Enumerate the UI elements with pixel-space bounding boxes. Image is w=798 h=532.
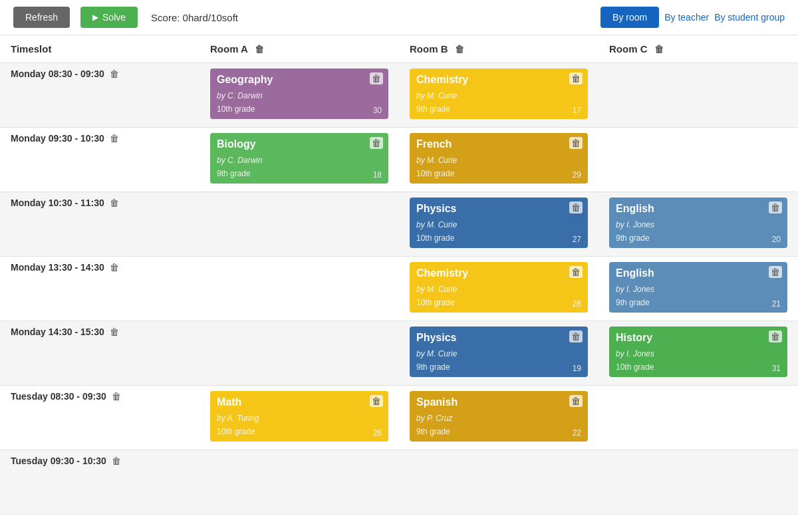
- lesson-teacher: by I. Jones: [616, 285, 781, 294]
- timeslot-cell: Monday 13:30 - 14:30🗑: [0, 257, 200, 321]
- view-toggle: By room By teacher By student group: [600, 7, 785, 28]
- lesson-grade: 9th grade: [416, 104, 581, 114]
- room-a-delete-icon[interactable]: 🗑: [255, 44, 264, 55]
- header: Refresh Solve Score: 0hard/10soft By roo…: [0, 0, 798, 35]
- lesson-cell: 🗑Historyby I. Jones10th grade31: [598, 321, 798, 386]
- room-c-header: Room C 🗑: [598, 35, 798, 63]
- card-delete-icon[interactable]: 🗑: [370, 72, 383, 84]
- lesson-card: 🗑Mathby A. Turing10th grade26: [210, 391, 388, 442]
- card-delete-icon[interactable]: 🗑: [769, 201, 782, 213]
- lesson-count: 20: [772, 235, 781, 244]
- lesson-subject: Math: [217, 396, 382, 408]
- lesson-subject: Physics: [416, 203, 581, 215]
- timeslot-delete-icon[interactable]: 🗑: [110, 262, 119, 273]
- room-a-header: Room A 🗑: [200, 35, 399, 63]
- lesson-grade: 10th grade: [217, 104, 382, 114]
- card-delete-icon[interactable]: 🗑: [569, 137, 583, 149]
- lesson-grade: 10th grade: [416, 233, 581, 243]
- lesson-grade: 9th grade: [416, 427, 581, 436]
- lesson-grade: 9th grade: [416, 362, 581, 372]
- lesson-card: 🗑Historyby I. Jones10th grade31: [609, 327, 787, 377]
- solve-button[interactable]: Solve: [80, 7, 138, 28]
- refresh-button[interactable]: Refresh: [13, 7, 70, 28]
- room-c-delete-icon[interactable]: 🗑: [654, 44, 664, 55]
- lesson-cell: 🗑Geographyby C. Darwin10th grade30: [200, 63, 399, 128]
- timeslot-label: Monday 14:30 - 15:30: [11, 327, 104, 337]
- lesson-subject: French: [416, 138, 581, 150]
- lesson-teacher: by I. Jones: [616, 349, 781, 358]
- timeslot-cell: Tuesday 08:30 - 09:30🗑: [0, 386, 200, 450]
- timeslot-delete-icon[interactable]: 🗑: [112, 391, 121, 402]
- lesson-cell: [200, 257, 399, 321]
- timeslot-delete-icon[interactable]: 🗑: [110, 68, 119, 79]
- schedule-table: Timeslot Room A 🗑 Room B 🗑 Room C 🗑 Mond…: [0, 35, 798, 515]
- lesson-count: 19: [573, 364, 581, 373]
- lesson-cell: [200, 321, 399, 386]
- lesson-grade: 10th grade: [416, 298, 581, 307]
- lesson-subject: History: [616, 332, 781, 344]
- lesson-teacher: by A. Turing: [217, 414, 382, 423]
- timeslot-delete-icon[interactable]: 🗑: [110, 198, 119, 208]
- timeslot-delete-icon[interactable]: 🗑: [110, 327, 119, 337]
- lesson-teacher: by C. Darwin: [217, 156, 382, 165]
- card-delete-icon[interactable]: 🗑: [569, 266, 583, 278]
- lesson-subject: Chemistry: [416, 267, 581, 279]
- lesson-grade: 9th grade: [616, 233, 781, 243]
- timeslot-delete-icon[interactable]: 🗑: [110, 133, 119, 144]
- card-delete-icon[interactable]: 🗑: [370, 395, 383, 407]
- card-delete-icon[interactable]: 🗑: [569, 201, 583, 213]
- table-row: Monday 10:30 - 11:30🗑🗑Physicsby M. Curie…: [0, 192, 798, 257]
- card-delete-icon[interactable]: 🗑: [569, 331, 583, 342]
- lesson-cell: [598, 386, 798, 450]
- lesson-card: 🗑Frenchby M. Curie10th grade29: [410, 133, 588, 184]
- lesson-grade: 10th grade: [416, 169, 581, 178]
- lesson-teacher: by M. Curie: [416, 156, 581, 165]
- lesson-teacher: by M. Curie: [416, 91, 581, 100]
- timeslot-label: Monday 09:30 - 10:30: [11, 133, 104, 144]
- lesson-cell: 🗑Englishby I. Jones9th grade20: [598, 192, 798, 257]
- lesson-cell: 🗑Frenchby M. Curie10th grade29: [399, 128, 598, 192]
- lesson-count: 28: [573, 299, 581, 309]
- lesson-cell: [200, 450, 399, 515]
- timeslot-cell: Monday 14:30 - 15:30🗑: [0, 321, 200, 386]
- timeslot-label: Tuesday 09:30 - 10:30: [11, 456, 106, 466]
- timeslot-cell: Monday 08:30 - 09:30🗑: [0, 63, 200, 128]
- lesson-cell: 🗑Englishby I. Jones9th grade21: [598, 257, 798, 321]
- timeslot-label: Monday 08:30 - 09:30: [11, 68, 104, 79]
- lesson-grade: 10th grade: [616, 362, 781, 372]
- lesson-teacher: by M. Curie: [416, 349, 581, 358]
- timeslot-label: Tuesday 08:30 - 09:30: [11, 391, 106, 402]
- card-delete-icon[interactable]: 🗑: [370, 137, 383, 149]
- lesson-count: 30: [373, 106, 382, 115]
- lesson-count: 22: [573, 428, 581, 438]
- room-b-header: Room B 🗑: [399, 35, 598, 63]
- room-b-delete-icon[interactable]: 🗑: [455, 44, 464, 55]
- lesson-teacher: by M. Curie: [416, 220, 581, 229]
- lesson-count: 27: [573, 235, 581, 244]
- lesson-teacher: by C. Darwin: [217, 91, 382, 100]
- lesson-subject: English: [616, 267, 781, 279]
- lesson-cell: 🗑Mathby A. Turing10th grade26: [200, 386, 399, 450]
- card-delete-icon[interactable]: 🗑: [569, 72, 583, 84]
- timeslot-cell: Monday 10:30 - 11:30🗑: [0, 192, 200, 257]
- lesson-count: 29: [573, 170, 581, 180]
- lesson-cell: 🗑Physicsby M. Curie9th grade19: [399, 321, 598, 386]
- card-delete-icon[interactable]: 🗑: [769, 331, 782, 342]
- lesson-grade: 9th grade: [616, 298, 781, 307]
- lesson-card: 🗑Spanishby P. Cruz9th grade22: [410, 391, 588, 442]
- table-row: Monday 09:30 - 10:30🗑🗑Biologyby C. Darwi…: [0, 128, 798, 192]
- view-by-group-button[interactable]: By student group: [714, 12, 785, 23]
- timeslot-delete-icon[interactable]: 🗑: [112, 456, 121, 466]
- view-by-teacher-button[interactable]: By teacher: [664, 12, 709, 23]
- timeslot-label: Monday 10:30 - 11:30: [11, 198, 104, 208]
- card-delete-icon[interactable]: 🗑: [769, 266, 782, 278]
- timeslot-cell: Tuesday 09:30 - 10:30🗑: [0, 450, 200, 515]
- lesson-cell: 🗑Chemistryby M. Curie9th grade17: [399, 63, 598, 128]
- lesson-count: 31: [772, 364, 781, 373]
- card-delete-icon[interactable]: 🗑: [569, 395, 583, 407]
- lesson-subject: Geography: [217, 74, 382, 86]
- view-by-room-button[interactable]: By room: [600, 7, 659, 28]
- lesson-card: 🗑Chemistryby M. Curie9th grade17: [410, 68, 588, 119]
- lesson-cell: [598, 450, 798, 515]
- lesson-subject: Chemistry: [416, 74, 581, 86]
